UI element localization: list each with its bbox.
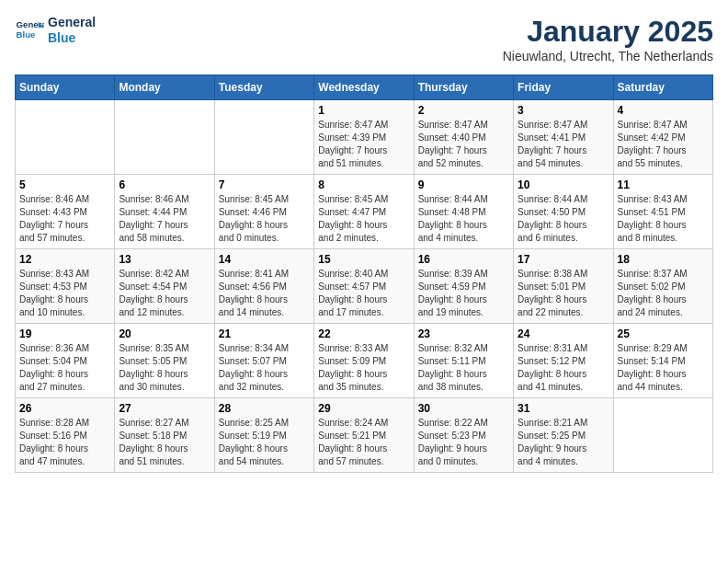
day-info: Sunrise: 8:43 AM Sunset: 4:51 PM Dayligh… xyxy=(618,193,709,245)
day-number: 16 xyxy=(418,253,509,266)
logo-line1: General xyxy=(48,15,96,30)
day-info: Sunrise: 8:33 AM Sunset: 5:09 PM Dayligh… xyxy=(318,342,409,394)
day-number: 27 xyxy=(119,402,210,415)
day-cell: 2Sunrise: 8:47 AM Sunset: 4:40 PM Daylig… xyxy=(414,100,513,175)
day-info: Sunrise: 8:42 AM Sunset: 4:54 PM Dayligh… xyxy=(119,268,210,319)
day-info: Sunrise: 8:28 AM Sunset: 5:16 PM Dayligh… xyxy=(19,417,110,468)
day-info: Sunrise: 8:40 AM Sunset: 4:57 PM Dayligh… xyxy=(318,268,409,319)
day-number: 29 xyxy=(318,402,409,415)
day-info: Sunrise: 8:32 AM Sunset: 5:11 PM Dayligh… xyxy=(418,342,509,394)
day-info: Sunrise: 8:47 AM Sunset: 4:40 PM Dayligh… xyxy=(418,119,509,170)
weekday-header-sunday: Sunday xyxy=(16,75,115,100)
day-number: 8 xyxy=(318,178,409,191)
day-info: Sunrise: 8:35 AM Sunset: 5:05 PM Dayligh… xyxy=(119,342,210,394)
day-cell: 29Sunrise: 8:24 AM Sunset: 5:21 PM Dayli… xyxy=(314,398,414,473)
day-cell: 22Sunrise: 8:33 AM Sunset: 5:09 PM Dayli… xyxy=(314,324,414,398)
day-info: Sunrise: 8:47 AM Sunset: 4:39 PM Dayligh… xyxy=(318,119,409,170)
day-info: Sunrise: 8:38 AM Sunset: 5:01 PM Dayligh… xyxy=(518,268,609,319)
day-number: 30 xyxy=(418,402,509,415)
day-number: 26 xyxy=(19,402,110,415)
weekday-header-monday: Monday xyxy=(115,75,214,100)
day-cell: 27Sunrise: 8:27 AM Sunset: 5:18 PM Dayli… xyxy=(115,398,214,473)
day-cell: 1Sunrise: 8:47 AM Sunset: 4:39 PM Daylig… xyxy=(314,100,414,175)
day-info: Sunrise: 8:43 AM Sunset: 4:53 PM Dayligh… xyxy=(19,268,110,319)
day-info: Sunrise: 8:21 AM Sunset: 5:25 PM Dayligh… xyxy=(518,417,609,468)
day-cell: 12Sunrise: 8:43 AM Sunset: 4:53 PM Dayli… xyxy=(16,249,115,324)
day-number: 25 xyxy=(618,327,709,340)
day-cell: 18Sunrise: 8:37 AM Sunset: 5:02 PM Dayli… xyxy=(613,249,712,324)
day-cell: 14Sunrise: 8:41 AM Sunset: 4:56 PM Dayli… xyxy=(214,249,313,324)
day-info: Sunrise: 8:46 AM Sunset: 4:44 PM Dayligh… xyxy=(119,193,210,245)
day-number: 15 xyxy=(318,253,409,266)
day-info: Sunrise: 8:47 AM Sunset: 4:42 PM Dayligh… xyxy=(618,119,709,170)
day-info: Sunrise: 8:37 AM Sunset: 5:02 PM Dayligh… xyxy=(618,268,709,319)
day-number: 18 xyxy=(618,253,709,266)
weekday-header-row: SundayMondayTuesdayWednesdayThursdayFrid… xyxy=(16,75,713,100)
day-cell: 19Sunrise: 8:36 AM Sunset: 5:04 PM Dayli… xyxy=(16,324,115,398)
calendar-table: SundayMondayTuesdayWednesdayThursdayFrid… xyxy=(15,75,713,473)
title-block: January 2025 Nieuwland, Utrecht, The Net… xyxy=(503,15,713,63)
weekday-header-friday: Friday xyxy=(514,75,613,100)
location-subtitle: Nieuwland, Utrecht, The Netherlands xyxy=(503,49,713,63)
day-number: 10 xyxy=(518,178,609,191)
day-info: Sunrise: 8:46 AM Sunset: 4:43 PM Dayligh… xyxy=(19,193,110,245)
day-info: Sunrise: 8:44 AM Sunset: 4:48 PM Dayligh… xyxy=(418,193,509,245)
day-number: 11 xyxy=(618,178,709,191)
day-cell: 31Sunrise: 8:21 AM Sunset: 5:25 PM Dayli… xyxy=(514,398,613,473)
day-cell: 24Sunrise: 8:31 AM Sunset: 5:12 PM Dayli… xyxy=(514,324,613,398)
day-cell: 9Sunrise: 8:44 AM Sunset: 4:48 PM Daylig… xyxy=(414,175,513,249)
day-cell: 11Sunrise: 8:43 AM Sunset: 4:51 PM Dayli… xyxy=(613,175,712,249)
day-cell: 20Sunrise: 8:35 AM Sunset: 5:05 PM Dayli… xyxy=(115,324,214,398)
month-title: January 2025 xyxy=(503,15,713,49)
logo: General Blue General Blue xyxy=(15,15,96,46)
week-row-1: 1Sunrise: 8:47 AM Sunset: 4:39 PM Daylig… xyxy=(16,100,713,175)
day-cell: 15Sunrise: 8:40 AM Sunset: 4:57 PM Dayli… xyxy=(314,249,414,324)
day-cell: 28Sunrise: 8:25 AM Sunset: 5:19 PM Dayli… xyxy=(214,398,313,473)
day-cell: 7Sunrise: 8:45 AM Sunset: 4:46 PM Daylig… xyxy=(214,175,313,249)
day-number: 2 xyxy=(418,104,509,117)
day-number: 4 xyxy=(618,104,709,117)
day-info: Sunrise: 8:31 AM Sunset: 5:12 PM Dayligh… xyxy=(518,342,609,394)
day-info: Sunrise: 8:47 AM Sunset: 4:41 PM Dayligh… xyxy=(518,119,609,170)
day-cell: 10Sunrise: 8:44 AM Sunset: 4:50 PM Dayli… xyxy=(514,175,613,249)
day-number: 21 xyxy=(219,327,310,340)
week-row-2: 5Sunrise: 8:46 AM Sunset: 4:43 PM Daylig… xyxy=(16,175,713,249)
day-number: 22 xyxy=(318,327,409,340)
day-number: 9 xyxy=(418,178,509,191)
day-cell: 17Sunrise: 8:38 AM Sunset: 5:01 PM Dayli… xyxy=(514,249,613,324)
svg-text:Blue: Blue xyxy=(17,29,36,40)
day-cell: 25Sunrise: 8:29 AM Sunset: 5:14 PM Dayli… xyxy=(613,324,712,398)
week-row-4: 19Sunrise: 8:36 AM Sunset: 5:04 PM Dayli… xyxy=(16,324,713,398)
page-header: General Blue General Blue January 2025 N… xyxy=(15,15,713,63)
day-info: Sunrise: 8:25 AM Sunset: 5:19 PM Dayligh… xyxy=(219,417,310,468)
day-number: 24 xyxy=(518,327,609,340)
day-cell: 13Sunrise: 8:42 AM Sunset: 4:54 PM Dayli… xyxy=(115,249,214,324)
day-number: 3 xyxy=(518,104,609,117)
day-number: 1 xyxy=(318,104,409,117)
day-cell xyxy=(16,100,115,175)
weekday-header-wednesday: Wednesday xyxy=(314,75,414,100)
day-number: 7 xyxy=(219,178,310,191)
day-cell: 30Sunrise: 8:22 AM Sunset: 5:23 PM Dayli… xyxy=(414,398,513,473)
day-cell: 26Sunrise: 8:28 AM Sunset: 5:16 PM Dayli… xyxy=(16,398,115,473)
weekday-header-thursday: Thursday xyxy=(414,75,513,100)
day-number: 12 xyxy=(19,253,110,266)
day-cell xyxy=(115,100,214,175)
day-number: 6 xyxy=(119,178,210,191)
day-info: Sunrise: 8:29 AM Sunset: 5:14 PM Dayligh… xyxy=(618,342,709,394)
weekday-header-tuesday: Tuesday xyxy=(214,75,313,100)
day-cell: 3Sunrise: 8:47 AM Sunset: 4:41 PM Daylig… xyxy=(514,100,613,175)
day-cell: 8Sunrise: 8:45 AM Sunset: 4:47 PM Daylig… xyxy=(314,175,414,249)
day-cell: 4Sunrise: 8:47 AM Sunset: 4:42 PM Daylig… xyxy=(613,100,712,175)
day-info: Sunrise: 8:22 AM Sunset: 5:23 PM Dayligh… xyxy=(418,417,509,468)
day-number: 31 xyxy=(518,402,609,415)
day-cell: 6Sunrise: 8:46 AM Sunset: 4:44 PM Daylig… xyxy=(115,175,214,249)
day-cell: 16Sunrise: 8:39 AM Sunset: 4:59 PM Dayli… xyxy=(414,249,513,324)
day-info: Sunrise: 8:24 AM Sunset: 5:21 PM Dayligh… xyxy=(318,417,409,468)
day-number: 28 xyxy=(219,402,310,415)
day-info: Sunrise: 8:39 AM Sunset: 4:59 PM Dayligh… xyxy=(418,268,509,319)
day-info: Sunrise: 8:45 AM Sunset: 4:47 PM Dayligh… xyxy=(318,193,409,245)
day-info: Sunrise: 8:45 AM Sunset: 4:46 PM Dayligh… xyxy=(219,193,310,245)
day-info: Sunrise: 8:34 AM Sunset: 5:07 PM Dayligh… xyxy=(219,342,310,394)
day-number: 13 xyxy=(119,253,210,266)
